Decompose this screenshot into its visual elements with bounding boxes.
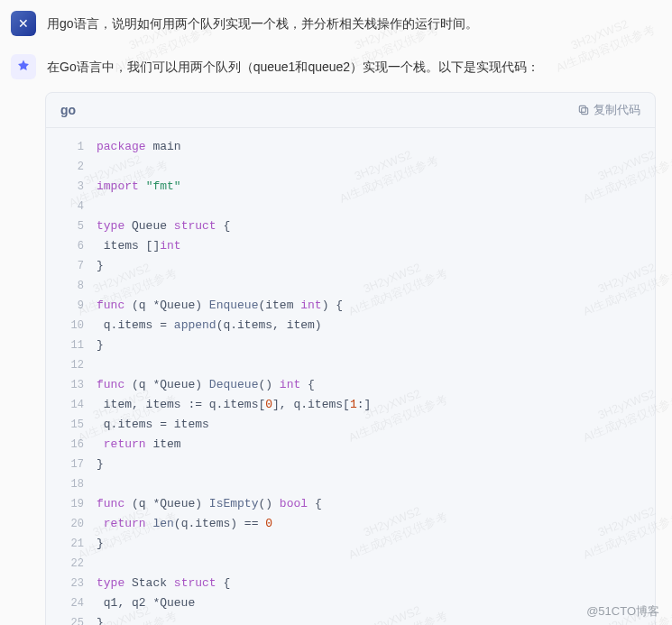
code-line: 18 bbox=[46, 474, 655, 494]
line-content: return item bbox=[84, 435, 181, 455]
line-content: q1, q2 *Queue bbox=[84, 593, 195, 613]
code-line: 14 item, items := q.items[0], q.items[1:… bbox=[46, 395, 655, 415]
code-line: 1package main bbox=[46, 137, 655, 157]
code-line: 13func (q *Queue) Dequeue() int { bbox=[46, 375, 655, 395]
line-content: q.items = items bbox=[84, 415, 209, 435]
code-line: 12 bbox=[46, 355, 655, 375]
line-content bbox=[84, 474, 104, 494]
line-content: } bbox=[84, 256, 104, 276]
line-number: 18 bbox=[60, 474, 84, 494]
line-number: 11 bbox=[60, 335, 84, 355]
line-number: 3 bbox=[60, 177, 84, 197]
line-content bbox=[84, 157, 104, 177]
code-line: 5type Queue struct { bbox=[46, 216, 655, 236]
line-content: return len(q.items) == 0 bbox=[84, 514, 272, 534]
line-content: func (q *Queue) IsEmpty() bool { bbox=[84, 494, 322, 514]
line-content: } bbox=[84, 613, 104, 625]
line-number: 1 bbox=[60, 137, 84, 157]
answer-intro: 在Go语言中，我们可以用两个队列（queue1和queue2）实现一个栈。以下是… bbox=[47, 54, 539, 78]
line-content: type Queue struct { bbox=[84, 216, 230, 236]
code-line: 23type Stack struct { bbox=[46, 574, 655, 593]
line-number: 15 bbox=[60, 415, 84, 435]
line-content: } bbox=[84, 455, 104, 474]
line-content: package main bbox=[84, 137, 181, 157]
copy-code-button[interactable]: 复制代码 bbox=[577, 102, 640, 118]
code-header: go 复制代码 bbox=[46, 93, 655, 128]
bot-avatar-icon bbox=[15, 59, 32, 75]
line-number: 24 bbox=[60, 593, 84, 613]
line-content: q.items = append(q.items, item) bbox=[84, 316, 322, 335]
code-block: go 复制代码 1package main2 3import "fmt"4 5t… bbox=[45, 92, 656, 625]
user-avatar-icon: ✕ bbox=[18, 16, 29, 31]
line-number: 5 bbox=[60, 216, 84, 236]
line-number: 6 bbox=[60, 236, 84, 256]
line-content: } bbox=[84, 335, 104, 355]
code-line: 3import "fmt" bbox=[46, 177, 655, 197]
line-number: 4 bbox=[60, 197, 84, 216]
line-number: 19 bbox=[60, 494, 84, 514]
user-avatar: ✕ bbox=[11, 11, 36, 36]
code-line: 6 items []int bbox=[46, 236, 655, 256]
code-body[interactable]: 1package main2 3import "fmt"4 5type Queu… bbox=[46, 128, 655, 625]
bot-avatar bbox=[11, 54, 36, 79]
svg-rect-1 bbox=[579, 106, 585, 112]
line-content bbox=[84, 355, 104, 375]
line-content bbox=[84, 197, 104, 216]
line-content: func (q *Queue) Dequeue() int { bbox=[84, 375, 315, 395]
code-line: 21} bbox=[46, 534, 655, 554]
code-line: 25} bbox=[46, 613, 655, 625]
copy-code-label: 复制代码 bbox=[594, 102, 640, 118]
line-number: 25 bbox=[60, 613, 84, 625]
code-line: 10 q.items = append(q.items, item) bbox=[46, 316, 655, 335]
line-content: func (q *Queue) Enqueue(item int) { bbox=[84, 296, 343, 316]
code-line: 7} bbox=[46, 256, 655, 276]
copy-icon bbox=[577, 104, 590, 116]
line-content: type Stack struct { bbox=[84, 574, 230, 593]
line-content: items []int bbox=[84, 236, 181, 256]
line-number: 17 bbox=[60, 455, 84, 474]
code-line: 20 return len(q.items) == 0 bbox=[46, 514, 655, 534]
line-number: 12 bbox=[60, 355, 84, 375]
code-line: 19func (q *Queue) IsEmpty() bool { bbox=[46, 494, 655, 514]
line-number: 16 bbox=[60, 435, 84, 455]
code-line: 9func (q *Queue) Enqueue(item int) { bbox=[46, 296, 655, 316]
line-number: 23 bbox=[60, 574, 84, 593]
code-language-label: go bbox=[60, 103, 76, 117]
code-line: 8 bbox=[46, 276, 655, 296]
line-number: 20 bbox=[60, 514, 84, 534]
line-content: } bbox=[84, 534, 104, 554]
code-line: 4 bbox=[46, 197, 655, 216]
code-line: 2 bbox=[46, 157, 655, 177]
code-line: 16 return item bbox=[46, 435, 655, 455]
code-line: 17} bbox=[46, 455, 655, 474]
line-number: 10 bbox=[60, 316, 84, 335]
line-number: 13 bbox=[60, 375, 84, 395]
code-line: 22 bbox=[46, 554, 655, 574]
footer-credit: @51CTO博客 bbox=[586, 603, 659, 620]
line-content: import "fmt" bbox=[84, 177, 181, 197]
line-number: 22 bbox=[60, 554, 84, 574]
line-content bbox=[84, 276, 104, 296]
code-line: 15 q.items = items bbox=[46, 415, 655, 435]
answer-row: 在Go语言中，我们可以用两个队列（queue1和queue2）实现一个栈。以下是… bbox=[0, 45, 672, 92]
line-content bbox=[84, 554, 104, 574]
line-number: 9 bbox=[60, 296, 84, 316]
line-content: item, items := q.items[0], q.items[1:] bbox=[84, 395, 371, 415]
line-number: 2 bbox=[60, 157, 84, 177]
code-line: 24 q1, q2 *Queue bbox=[46, 593, 655, 613]
line-number: 8 bbox=[60, 276, 84, 296]
line-number: 21 bbox=[60, 534, 84, 554]
question-text: 用go语言，说明如何用两个队列实现一个栈，并分析相关栈操作的运行时间。 bbox=[47, 11, 478, 33]
line-number: 7 bbox=[60, 256, 84, 276]
svg-rect-0 bbox=[582, 108, 588, 115]
question-row: ✕ 用go语言，说明如何用两个队列实现一个栈，并分析相关栈操作的运行时间。 bbox=[0, 0, 672, 45]
code-line: 11} bbox=[46, 335, 655, 355]
line-number: 14 bbox=[60, 395, 84, 415]
